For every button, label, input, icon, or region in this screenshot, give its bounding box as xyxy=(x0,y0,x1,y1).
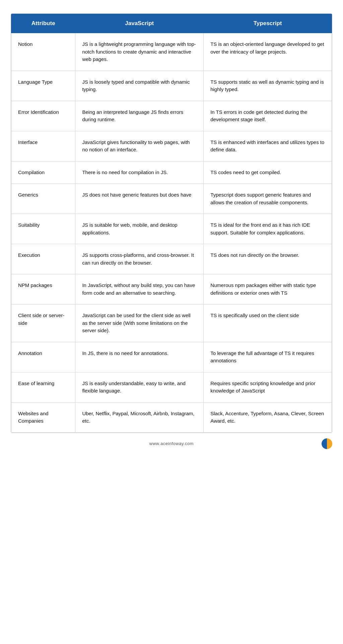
attribute-cell: Language Type xyxy=(11,71,75,101)
javascript-cell: JS supports cross-platforms, and cross-b… xyxy=(75,244,204,274)
javascript-cell: JS is a lightweight programming language… xyxy=(75,33,204,71)
table-row: NPM packagesIn JavaScript, without any b… xyxy=(11,274,332,304)
table-row: NotionJS is a lightweight programming la… xyxy=(11,33,332,71)
table-row: Client side or server-sideJavaScript can… xyxy=(11,304,332,342)
typescript-cell: TS is an object-oriented language develo… xyxy=(204,33,332,71)
typescript-cell: TS is ideal for the front end as it has … xyxy=(204,214,332,244)
table-row: Ease of learningJS is easily understanda… xyxy=(11,372,332,402)
page-footer: www.aceinfoway.com xyxy=(11,438,332,449)
comparison-table: Attribute JavaScript Typescript NotionJS… xyxy=(11,13,332,433)
typescript-cell: Requires specific scripting knowledge an… xyxy=(204,372,332,402)
javascript-cell: JS is easily understandable, easy to wri… xyxy=(75,372,204,402)
typescript-cell: TS is specifically used on the client si… xyxy=(204,304,332,342)
attribute-cell: Interface xyxy=(11,131,75,161)
header-javascript: JavaScript xyxy=(75,14,204,33)
javascript-cell: In JS, there is no need for annotations. xyxy=(75,342,204,372)
table-row: AnnotationIn JS, there is no need for an… xyxy=(11,342,332,372)
attribute-cell: Websites and Companies xyxy=(11,402,75,432)
typescript-cell: TS does not run directly on the browser. xyxy=(204,244,332,274)
header-typescript: Typescript xyxy=(204,14,332,33)
typescript-cell: TS supports static as well as dynamic ty… xyxy=(204,71,332,101)
table-row: GenericsJS does not have generic feature… xyxy=(11,184,332,214)
javascript-cell: Uber, Netflix, Paypal, Microsoft, Airbnb… xyxy=(75,402,204,432)
javascript-cell: In JavaScript, without any build step, y… xyxy=(75,274,204,304)
table-row: Websites and CompaniesUber, Netflix, Pay… xyxy=(11,402,332,432)
table-row: InterfaceJavaScript gives functionality … xyxy=(11,131,332,161)
table-header-row: Attribute JavaScript Typescript xyxy=(11,14,332,33)
typescript-cell: Typescript does support generic features… xyxy=(204,184,332,214)
attribute-cell: Error Identification xyxy=(11,101,75,131)
typescript-cell: To leverage the full advantage of TS it … xyxy=(204,342,332,372)
footer-logo xyxy=(322,438,332,449)
typescript-cell: In TS errors in code get detected during… xyxy=(204,101,332,131)
javascript-cell: JS is loosely typed and compatible with … xyxy=(75,71,204,101)
attribute-cell: Compilation xyxy=(11,161,75,184)
table-row: SuitabilityJS is suitable for web, mobil… xyxy=(11,214,332,244)
attribute-cell: Notion xyxy=(11,33,75,71)
javascript-cell: Being an interpreted language JS finds e… xyxy=(75,101,204,131)
typescript-cell: Numerous npm packages either with static… xyxy=(204,274,332,304)
javascript-cell: There is no need for compilation in JS. xyxy=(75,161,204,184)
javascript-cell: JS does not have generic features but do… xyxy=(75,184,204,214)
footer-url: www.aceinfoway.com xyxy=(21,441,322,446)
table-row: ExecutionJS supports cross-platforms, an… xyxy=(11,244,332,274)
attribute-cell: Ease of learning xyxy=(11,372,75,402)
attribute-cell: Suitability xyxy=(11,214,75,244)
table-row: Error IdentificationBeing an interpreted… xyxy=(11,101,332,131)
header-attribute: Attribute xyxy=(11,14,75,33)
javascript-cell: JavaScript can be used for the client si… xyxy=(75,304,204,342)
typescript-cell: TS is enhanced with interfaces and utili… xyxy=(204,131,332,161)
table-row: Language TypeJS is loosely typed and com… xyxy=(11,71,332,101)
javascript-cell: JavaScript gives functionality to web pa… xyxy=(75,131,204,161)
table-row: CompilationThere is no need for compilat… xyxy=(11,161,332,184)
attribute-cell: Execution xyxy=(11,244,75,274)
attribute-cell: Annotation xyxy=(11,342,75,372)
typescript-cell: Slack, Accenture, Typeform, Asana, Cleve… xyxy=(204,402,332,432)
javascript-cell: JS is suitable for web, mobile, and desk… xyxy=(75,214,204,244)
typescript-cell: TS codes need to get compiled. xyxy=(204,161,332,184)
attribute-cell: Generics xyxy=(11,184,75,214)
attribute-cell: Client side or server-side xyxy=(11,304,75,342)
attribute-cell: NPM packages xyxy=(11,274,75,304)
